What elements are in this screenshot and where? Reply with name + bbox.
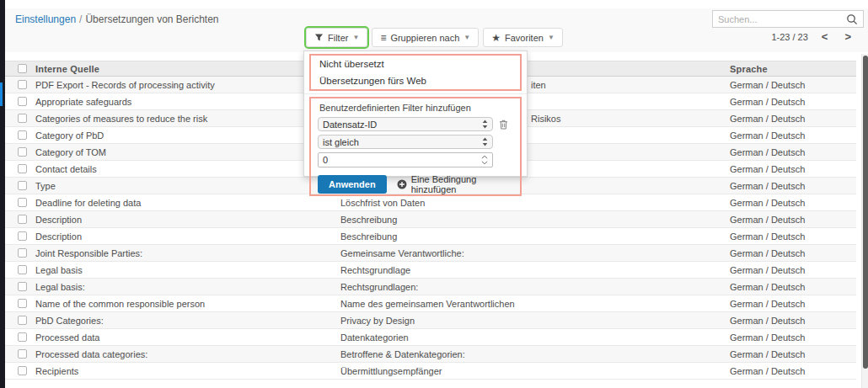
cell-language: German / Deutsch	[730, 97, 856, 107]
row-checkbox[interactable]	[18, 198, 27, 207]
cell-internal-source: Type	[35, 181, 340, 191]
table-row[interactable]: Legal basis: Rechtsgrundlagen: German / …	[5, 279, 856, 295]
pager-prev-button[interactable]: <	[818, 30, 832, 43]
breadcrumb: Einstellungen/Übersetzungen von Berichte…	[15, 13, 219, 25]
table-row[interactable]: PbD Categories: Privacy by Design German…	[5, 312, 856, 329]
value-input[interactable]: 0	[318, 152, 493, 167]
spinner-icon[interactable]	[481, 155, 488, 165]
row-checkbox[interactable]	[18, 164, 27, 173]
cell-internal-source: Processed data categories:	[35, 349, 340, 359]
cell-internal-source: Joint Responsible Parties:	[35, 248, 340, 258]
cell-language: German / Deutsch	[730, 282, 856, 292]
table-row[interactable]: Description Beschreibung German / Deutsc…	[5, 228, 856, 245]
vertical-scrollbar[interactable]	[861, 54, 868, 388]
row-checkbox[interactable]	[18, 97, 27, 106]
cell-language: German / Deutsch	[730, 316, 856, 326]
cell-language: German / Deutsch	[730, 349, 856, 359]
cell-language: German / Deutsch	[730, 147, 856, 157]
trash-icon[interactable]	[499, 120, 508, 130]
row-checkbox[interactable]	[18, 114, 27, 123]
cell-translation: Name des gemeinsamen Verantwortlichen	[340, 299, 730, 309]
row-checkbox[interactable]	[18, 181, 27, 190]
cell-language: German / Deutsch	[730, 164, 856, 174]
annotation-box-custom-filter: Benutzerdefinierten Filter hinzufügen Da…	[309, 97, 522, 196]
menu-item-not-translated[interactable]: Nicht übersetzt	[311, 56, 520, 72]
star-icon: ★	[491, 33, 501, 43]
row-checkbox[interactable]	[18, 299, 27, 308]
add-condition-label: Eine Bedingung hinzufügen	[411, 174, 513, 194]
table-row[interactable]: Processed data categories: Betroffene & …	[5, 346, 856, 363]
list-icon: ≡	[380, 33, 386, 43]
row-checkbox[interactable]	[18, 332, 27, 342]
group-by-button[interactable]: ≡ Gruppieren nach ▼	[372, 28, 479, 47]
field-select[interactable]: Datensatz-ID	[318, 117, 493, 131]
search-input[interactable]: Suchen...	[712, 10, 864, 28]
annotation-box-filters: Nicht übersetzt Übersetzungen fürs Web	[309, 54, 522, 91]
table-row[interactable]: Name of the common responsible person Na…	[5, 295, 856, 312]
top-white-bar	[5, 0, 868, 8]
cell-translation: Rechtsgrundlage	[340, 265, 730, 275]
cell-language: German / Deutsch	[730, 80, 856, 90]
custom-filter-title: Benutzerdefinierten Filter hinzufügen	[311, 98, 520, 115]
add-condition-link[interactable]: Eine Bedingung hinzufügen	[397, 174, 513, 194]
table-row[interactable]: Processed data Datenkategorien German / …	[5, 329, 856, 346]
row-checkbox[interactable]	[18, 316, 27, 325]
cell-internal-source: Name of the common responsible person	[35, 299, 340, 309]
pager-range: 1-23 / 23	[771, 32, 807, 42]
cell-language: German / Deutsch	[730, 299, 856, 309]
search-placeholder: Suchen...	[718, 14, 846, 24]
cell-internal-source: Recipients	[35, 366, 340, 376]
view-toolbar: Filter ▼ ≡ Gruppieren nach ▼ ★ Favoriten…	[306, 28, 563, 47]
cell-language: German / Deutsch	[730, 248, 856, 258]
control-panel: Einstellungen/Übersetzungen von Berichte…	[5, 8, 868, 52]
cell-internal-source: Legal basis:	[35, 282, 340, 292]
row-checkbox[interactable]	[18, 80, 27, 89]
table-row[interactable]: Deadline for deleting data Löschfrist vo…	[5, 194, 856, 211]
cell-internal-source: Deadline for deleting data	[35, 198, 340, 208]
select-arrows-icon	[482, 137, 488, 146]
pager-next-button[interactable]: >	[841, 30, 855, 43]
table-row[interactable]: Recipients Übermittlungsempfänger German…	[5, 363, 856, 380]
cell-translation: Betroffene & Datenkategorien:	[340, 349, 730, 359]
chevron-down-icon: ▼	[548, 34, 555, 41]
breadcrumb-settings-link[interactable]: Einstellungen	[15, 13, 76, 25]
field-select-value: Datensatz-ID	[323, 120, 482, 130]
filter-button[interactable]: Filter ▼	[306, 28, 367, 47]
filter-dropdown-menu: Nicht übersetzt Übersetzungen fürs Web B…	[303, 50, 528, 177]
cell-language: German / Deutsch	[730, 181, 856, 191]
cell-translation: Übermittlungsempfänger	[340, 366, 730, 376]
search-icon[interactable]	[846, 13, 858, 25]
operator-select[interactable]: ist gleich	[318, 135, 493, 149]
cell-internal-source: Contact details	[35, 164, 340, 174]
table-row[interactable]: Description Beschreibung German / Deutsc…	[5, 211, 856, 228]
row-checkbox[interactable]	[18, 265, 27, 274]
header-internal-source: Interne Quelle	[35, 64, 340, 74]
scrollbar-thumb[interactable]	[863, 56, 868, 369]
row-checkbox[interactable]	[18, 231, 27, 241]
menu-item-web-translations[interactable]: Übersetzungen fürs Web	[311, 72, 520, 89]
row-checkbox[interactable]	[18, 130, 27, 140]
table-row[interactable]: Legal basis Rechtsgrundlage German / Deu…	[5, 262, 856, 279]
page-title: Übersetzungen von Berichten	[85, 13, 218, 25]
cell-internal-source: Category of PbD	[35, 130, 340, 141]
row-checkbox[interactable]	[18, 215, 27, 224]
row-checkbox[interactable]	[18, 349, 27, 359]
table-row[interactable]: Joint Responsible Parties: Gemeinsame Ve…	[5, 245, 856, 262]
cell-language: German / Deutsch	[730, 332, 856, 343]
cell-translation: Beschreibung	[340, 215, 730, 225]
favorites-button[interactable]: ★ Favoriten ▼	[483, 28, 563, 47]
cell-language: German / Deutsch	[730, 231, 856, 242]
row-checkbox[interactable]	[18, 248, 27, 258]
dropdown-divider	[304, 93, 527, 94]
row-checkbox[interactable]	[18, 282, 27, 291]
row-checkbox[interactable]	[18, 147, 27, 157]
row-checkbox[interactable]	[18, 366, 27, 375]
cell-internal-source: Description	[35, 231, 340, 242]
cell-internal-source: Appropriate safeguards	[35, 97, 340, 107]
chevron-down-icon: ▼	[352, 34, 359, 41]
cell-translation: Datenkategorien	[340, 332, 730, 343]
group-by-button-label: Gruppieren nach	[390, 33, 459, 43]
apply-button[interactable]: Anwenden	[318, 175, 387, 194]
cell-translation: Privacy by Design	[340, 316, 730, 326]
select-all-checkbox[interactable]	[18, 64, 27, 73]
